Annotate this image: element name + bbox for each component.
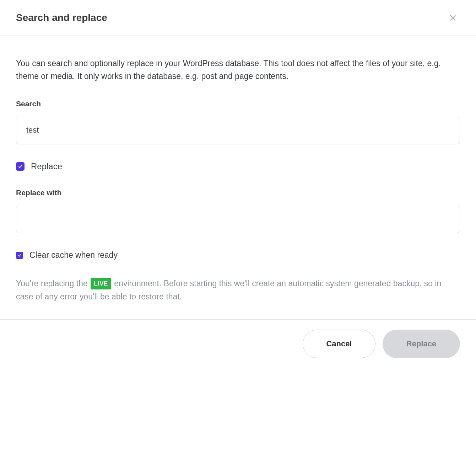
replace-with-field-group: Replace with	[16, 188, 460, 233]
search-field-group: Search	[16, 100, 460, 144]
dialog-footer: Cancel Replace	[0, 319, 476, 368]
dialog-body: You can search and optionally replace in…	[0, 36, 476, 319]
replace-toggle-row: Replace	[16, 161, 460, 171]
clear-cache-row: Clear cache when ready	[16, 250, 460, 260]
search-label: Search	[16, 100, 460, 108]
close-button[interactable]	[446, 11, 460, 25]
replace-checkbox-label: Replace	[31, 161, 62, 171]
dialog-title: Search and replace	[16, 12, 107, 23]
replace-with-label: Replace with	[16, 188, 460, 197]
close-icon	[449, 14, 457, 22]
dialog-description: You can search and optionally replace in…	[16, 57, 460, 82]
dialog-header: Search and replace	[0, 0, 476, 36]
replace-checkbox[interactable]	[16, 162, 25, 171]
replace-with-input[interactable]	[16, 205, 460, 233]
checkmark-icon	[17, 253, 22, 257]
clear-cache-label: Clear cache when ready	[29, 250, 118, 260]
environment-note: You're replacing the LIVE environment. B…	[16, 277, 460, 303]
env-badge: LIVE	[91, 278, 111, 289]
replace-button[interactable]: Replace	[383, 330, 460, 358]
note-prefix: You're replacing the	[16, 279, 90, 288]
cancel-button[interactable]: Cancel	[303, 330, 375, 358]
checkmark-icon	[18, 164, 23, 169]
search-input[interactable]	[16, 116, 460, 144]
clear-cache-checkbox[interactable]	[16, 252, 23, 259]
